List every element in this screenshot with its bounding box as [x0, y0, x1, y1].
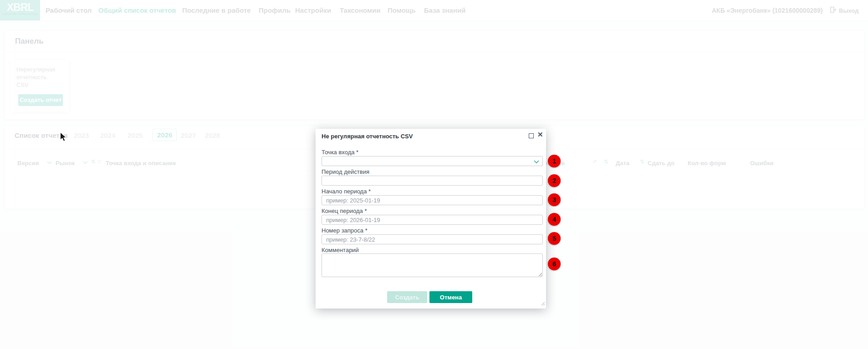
comment-textarea[interactable]	[322, 253, 543, 277]
request-number-label: Номер запроса *	[322, 227, 368, 234]
entry-point-select[interactable]	[322, 156, 543, 166]
app-root: XBRL CREATING APPLICATION Рабочий стол О…	[0, 0, 868, 349]
request-number-input[interactable]	[322, 234, 543, 244]
validity-period-label: Период действия	[322, 168, 369, 175]
period-start-input[interactable]	[322, 195, 543, 205]
irregular-report-modal: Не регулярная отчетность CSV ✕ Точка вхо…	[316, 129, 546, 309]
cancel-button[interactable]: Отмена	[429, 291, 472, 303]
step-badge-4: 4	[548, 213, 561, 226]
period-end-label: Конец периода *	[322, 207, 367, 214]
submit-button[interactable]: Создать	[387, 291, 427, 303]
validity-period-input[interactable]	[322, 176, 543, 186]
close-icon[interactable]: ✕	[537, 131, 543, 139]
step-badge-1: 1	[548, 155, 561, 167]
period-end-input[interactable]	[322, 215, 543, 225]
comment-label: Комментарий	[322, 247, 359, 253]
period-start-label: Начало периода *	[322, 188, 371, 195]
step-badge-3: 3	[548, 193, 561, 206]
step-badge-5: 5	[548, 232, 561, 245]
maximize-icon[interactable]	[529, 133, 534, 138]
resize-handle-icon[interactable]	[541, 299, 545, 308]
modal-title: Не регулярная отчетность CSV	[322, 133, 413, 140]
chevron-down-icon	[534, 160, 539, 164]
step-badge-6: 6	[548, 258, 561, 270]
step-badge-2: 2	[548, 174, 561, 187]
mouse-cursor	[60, 132, 68, 144]
entry-point-label: Точка входа *	[322, 149, 358, 156]
